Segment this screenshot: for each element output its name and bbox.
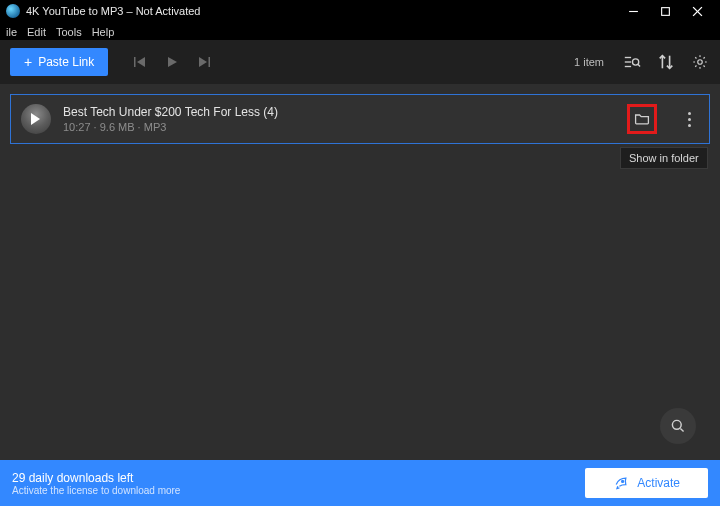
track-format: MP3 [144, 121, 167, 133]
settings-button[interactable] [690, 52, 710, 72]
svg-point-19 [622, 480, 624, 482]
sort-button[interactable] [656, 52, 676, 72]
next-track-button[interactable] [196, 54, 212, 70]
downloads-subtitle: Activate the license to download more [12, 485, 180, 496]
svg-rect-1 [661, 7, 669, 15]
downloads-left: 29 daily downloads left [12, 471, 180, 485]
track-info: Best Tech Under $200 Tech For Less (4) 1… [63, 105, 278, 133]
play-button[interactable] [164, 54, 180, 70]
svg-point-16 [698, 60, 703, 65]
previous-track-button[interactable] [132, 54, 148, 70]
menu-file[interactable]: ile [2, 26, 21, 38]
search-list-button[interactable] [622, 52, 642, 72]
plus-icon: + [24, 55, 32, 69]
titlebar: 4K YouTube to MP3 – Not Activated [0, 0, 720, 22]
activate-icon [613, 475, 629, 491]
activate-button[interactable]: Activate [585, 468, 708, 498]
svg-marker-5 [137, 57, 145, 67]
svg-line-18 [680, 428, 683, 431]
svg-line-13 [638, 64, 640, 66]
svg-point-12 [632, 59, 638, 65]
svg-rect-8 [209, 57, 211, 67]
track-row[interactable]: Best Tech Under $200 Tech For Less (4) 1… [10, 94, 710, 144]
menubar: ile Edit Tools Help [0, 22, 720, 40]
track-meta: 10:27 · 9.6 MB · MP3 [63, 121, 278, 133]
svg-point-17 [672, 420, 681, 429]
svg-rect-4 [134, 57, 136, 67]
track-duration: 10:27 [63, 121, 91, 133]
toolbar: + Paste Link 1 item [0, 40, 720, 84]
show-in-folder-button[interactable] [627, 104, 657, 134]
activate-label: Activate [637, 476, 680, 490]
svg-marker-6 [168, 57, 177, 67]
toolbar-right: 1 item [574, 52, 710, 72]
menu-edit[interactable]: Edit [23, 26, 50, 38]
search-fab-button[interactable] [660, 408, 696, 444]
window-title: 4K YouTube to MP3 – Not Activated [26, 5, 626, 17]
item-count: 1 item [574, 56, 604, 68]
app-logo-icon [6, 4, 20, 18]
track-title: Best Tech Under $200 Tech For Less (4) [63, 105, 278, 119]
close-button[interactable] [690, 4, 704, 18]
minimize-button[interactable] [626, 4, 640, 18]
tooltip-show-in-folder: Show in folder [620, 147, 708, 169]
playback-controls [132, 54, 212, 70]
track-thumbnail-icon [21, 104, 51, 134]
svg-marker-7 [199, 57, 207, 67]
maximize-button[interactable] [658, 4, 672, 18]
footer: 29 daily downloads left Activate the lic… [0, 460, 720, 506]
menu-tools[interactable]: Tools [52, 26, 86, 38]
menu-help[interactable]: Help [88, 26, 119, 38]
paste-link-button[interactable]: + Paste Link [10, 48, 108, 76]
footer-left: 29 daily downloads left Activate the lic… [12, 471, 180, 496]
paste-link-label: Paste Link [38, 55, 94, 69]
content-area: Best Tech Under $200 Tech For Less (4) 1… [0, 84, 720, 460]
window-controls [626, 4, 714, 18]
track-menu-button[interactable] [679, 112, 699, 127]
track-size: 9.6 MB [100, 121, 135, 133]
